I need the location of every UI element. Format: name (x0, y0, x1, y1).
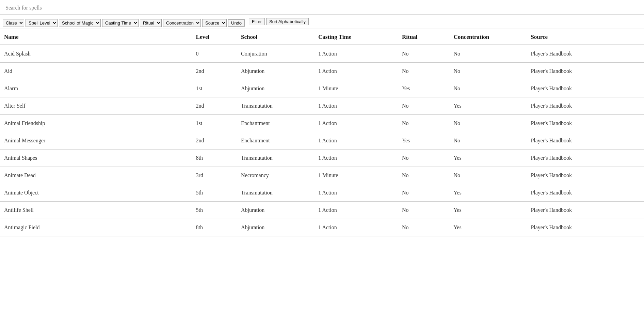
cell-casting_time: 1 Action (316, 219, 399, 236)
cell-ritual: No (399, 219, 451, 236)
cell-school: Abjuration (238, 202, 316, 219)
cell-casting_time: 1 Action (316, 132, 399, 150)
cell-ritual: Yes (399, 132, 451, 150)
cell-concentration: No (451, 80, 528, 97)
header-name: Name (0, 29, 193, 45)
cell-name: Animate Object (0, 184, 193, 202)
cell-concentration: No (451, 167, 528, 184)
cell-ritual: No (399, 184, 451, 202)
cell-concentration: Yes (451, 97, 528, 115)
cell-school: Enchantment (238, 132, 316, 150)
cell-concentration: Yes (451, 219, 528, 236)
cell-level: 1st (193, 115, 238, 132)
cell-name: Acid Splash (0, 45, 193, 63)
table-row[interactable]: Alarm1stAbjuration1 MinuteYesNoPlayer's … (0, 80, 644, 97)
cell-casting_time: 1 Action (316, 202, 399, 219)
cell-casting_time: 1 Action (316, 45, 399, 63)
cell-level: 5th (193, 184, 238, 202)
cell-level: 8th (193, 150, 238, 167)
cell-concentration: No (451, 132, 528, 150)
cell-level: 5th (193, 202, 238, 219)
cell-ritual: No (399, 45, 451, 63)
undo-button[interactable]: Undo (228, 19, 245, 27)
cell-level: 2nd (193, 132, 238, 150)
cell-level: 8th (193, 219, 238, 236)
table-row[interactable]: Animate Dead3rdNecromancy1 MinuteNoNoPla… (0, 167, 644, 184)
search-input[interactable] (5, 5, 639, 11)
sort-alphabetically-button[interactable]: Sort Alphabetically (266, 18, 309, 25)
cell-name: Antilife Shell (0, 202, 193, 219)
cell-level: 1st (193, 80, 238, 97)
table-row[interactable]: Animate Object5thTransmutation1 ActionNo… (0, 184, 644, 202)
cell-casting_time: 1 Minute (316, 80, 399, 97)
spell-level-filter[interactable]: Spell Level (26, 19, 58, 27)
cell-concentration: No (451, 45, 528, 63)
table-row[interactable]: Animal Shapes8thTransmutation1 ActionNoY… (0, 150, 644, 167)
header-concentration: Concentration (451, 29, 528, 45)
cell-source: Player's Handbook (528, 184, 644, 202)
cell-name: Antimagic Field (0, 219, 193, 236)
cell-school: Conjuration (238, 45, 316, 63)
cell-level: 0 (193, 45, 238, 63)
source-filter[interactable]: Source (202, 19, 227, 27)
class-filter[interactable]: Class (3, 19, 24, 27)
cell-source: Player's Handbook (528, 202, 644, 219)
header-school: School (238, 29, 316, 45)
cell-source: Player's Handbook (528, 167, 644, 184)
table-row[interactable]: Alter Self2ndTransmutation1 ActionNoYesP… (0, 97, 644, 115)
cell-name: Animal Friendship (0, 115, 193, 132)
cell-concentration: Yes (451, 150, 528, 167)
cell-casting_time: 1 Action (316, 150, 399, 167)
cell-concentration: Yes (451, 184, 528, 202)
cell-level: 2nd (193, 97, 238, 115)
cell-school: Transmutation (238, 150, 316, 167)
cell-concentration: No (451, 115, 528, 132)
cell-source: Player's Handbook (528, 219, 644, 236)
cell-level: 3rd (193, 167, 238, 184)
cell-source: Player's Handbook (528, 63, 644, 80)
cell-name: Alter Self (0, 97, 193, 115)
table-row[interactable]: Antimagic Field8thAbjuration1 ActionNoYe… (0, 219, 644, 236)
school-filter[interactable]: School of Magic (59, 19, 101, 27)
cell-source: Player's Handbook (528, 115, 644, 132)
cell-concentration: No (451, 63, 528, 80)
ritual-filter[interactable]: Ritual (140, 19, 162, 27)
table-row[interactable]: Antilife Shell5thAbjuration1 ActionNoYes… (0, 202, 644, 219)
table-row[interactable]: Aid2ndAbjuration1 ActionNoNoPlayer's Han… (0, 63, 644, 80)
casting-time-filter[interactable]: Casting Time (102, 19, 139, 27)
cell-source: Player's Handbook (528, 97, 644, 115)
cell-ritual: No (399, 97, 451, 115)
cell-name: Aid (0, 63, 193, 80)
cell-casting_time: 1 Action (316, 184, 399, 202)
table-row[interactable]: Animal Messenger2ndEnchantment1 ActionYe… (0, 132, 644, 150)
table-row[interactable]: Animal Friendship1stEnchantment1 ActionN… (0, 115, 644, 132)
cell-ritual: No (399, 115, 451, 132)
cell-ritual: No (399, 150, 451, 167)
cell-school: Abjuration (238, 63, 316, 80)
filter-button[interactable]: Filter (249, 18, 265, 25)
cell-source: Player's Handbook (528, 45, 644, 63)
cell-ritual: Yes (399, 80, 451, 97)
cell-school: Enchantment (238, 115, 316, 132)
cell-casting_time: 1 Action (316, 63, 399, 80)
cell-casting_time: 1 Action (316, 97, 399, 115)
cell-name: Animate Dead (0, 167, 193, 184)
filters-container: Class Spell Level School of Magic Castin… (0, 15, 644, 29)
table-header-row: Name Level School Casting Time Ritual Co… (0, 29, 644, 45)
cell-ritual: No (399, 167, 451, 184)
cell-name: Animal Shapes (0, 150, 193, 167)
cell-school: Abjuration (238, 219, 316, 236)
cell-concentration: Yes (451, 202, 528, 219)
cell-level: 2nd (193, 63, 238, 80)
cell-casting_time: 1 Action (316, 115, 399, 132)
cell-source: Player's Handbook (528, 80, 644, 97)
table-row[interactable]: Acid Splash0Conjuration1 ActionNoNoPlaye… (0, 45, 644, 63)
search-bar (0, 0, 644, 15)
cell-school: Transmutation (238, 97, 316, 115)
spells-table: Name Level School Casting Time Ritual Co… (0, 29, 644, 236)
cell-ritual: No (399, 202, 451, 219)
cell-name: Animal Messenger (0, 132, 193, 150)
concentration-filter[interactable]: Concentration (163, 19, 201, 27)
header-level: Level (193, 29, 238, 45)
cell-school: Necromancy (238, 167, 316, 184)
